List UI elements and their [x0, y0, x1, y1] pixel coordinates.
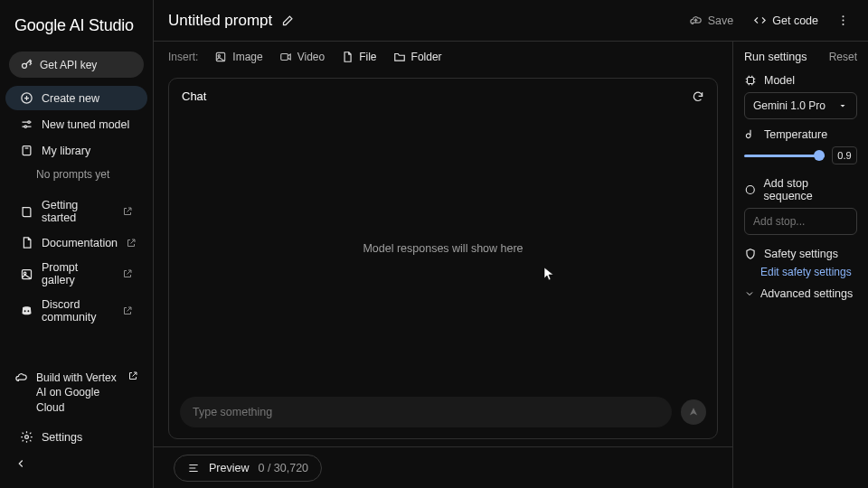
cloud-save-icon — [689, 14, 703, 27]
settings-label: Settings — [42, 431, 82, 444]
discord-label: Discord community — [42, 298, 114, 324]
prompt-title[interactable]: Untitled prompt — [168, 12, 272, 30]
svg-point-0 — [23, 63, 27, 68]
my-library-label: My library — [42, 145, 90, 157]
get-code-label: Get code — [772, 14, 818, 27]
svg-point-9 — [843, 20, 844, 22]
svg-point-8 — [843, 15, 844, 17]
external-link-icon — [127, 371, 138, 381]
stop-sequence-label-row: Add stop sequence — [744, 177, 857, 202]
vertex-link[interactable]: Build with Vertex AI on Google Cloud — [0, 365, 153, 421]
overflow-menu-button[interactable] — [833, 10, 854, 31]
get-api-key-button[interactable]: Get API key — [9, 52, 144, 78]
library-icon — [20, 144, 33, 157]
insert-video-label: Video — [297, 51, 325, 63]
reset-button[interactable]: Reset — [829, 51, 857, 63]
empty-state-text: Model responses will show here — [363, 242, 523, 255]
insert-video-button[interactable]: Video — [279, 51, 325, 63]
model-value: Gemini 1.0 Pro — [753, 99, 826, 112]
model-select[interactable]: Gemini 1.0 Pro — [744, 92, 857, 119]
insert-label: Insert: — [168, 51, 198, 63]
file-icon — [341, 51, 354, 63]
dots-vertical-icon — [836, 14, 850, 27]
documentation-label: Documentation — [42, 237, 118, 249]
settings-button[interactable]: Settings — [5, 425, 147, 449]
edit-safety-link[interactable]: Edit safety settings — [760, 266, 857, 278]
insert-file-label: File — [359, 51, 376, 63]
chat-input[interactable] — [180, 397, 672, 427]
advanced-settings-toggle[interactable]: Advanced settings — [744, 287, 857, 300]
tuned-model-button[interactable]: New tuned model — [5, 112, 147, 136]
save-button[interactable]: Save — [684, 10, 740, 31]
insert-folder-label: Folder — [411, 51, 442, 63]
getting-started-label: Getting started — [42, 199, 114, 224]
cursor-icon — [543, 267, 556, 281]
pencil-icon — [281, 14, 295, 27]
token-count: 0 / 30,720 — [258, 462, 308, 474]
thermometer-icon — [744, 128, 757, 141]
image-icon — [214, 51, 227, 63]
insert-file-button[interactable]: File — [341, 51, 376, 63]
collapse-sidebar-button[interactable] — [0, 450, 153, 477]
stop-sequence-input[interactable] — [744, 208, 857, 235]
getting-started-link[interactable]: Getting started — [5, 193, 147, 230]
plus-circle-icon — [20, 91, 33, 105]
shield-icon — [744, 248, 757, 260]
discord-link[interactable]: Discord community — [5, 293, 147, 329]
chevron-down-icon — [744, 288, 755, 299]
edit-title-button[interactable] — [281, 14, 295, 27]
svg-rect-14 — [748, 78, 754, 84]
documentation-link[interactable]: Documentation — [5, 230, 147, 255]
create-new-label: Create new — [42, 92, 99, 105]
temperature-value[interactable]: 0.9 — [832, 146, 857, 164]
safety-label-row: Safety settings — [744, 248, 857, 260]
api-key-label: Get API key — [40, 59, 97, 71]
notes-icon — [187, 462, 200, 474]
chat-card: Chat Model responses will show here — [168, 78, 718, 439]
insert-bar: Insert: Image Video File Folder — [154, 43, 732, 70]
book-icon — [20, 205, 33, 219]
external-link-icon — [122, 206, 133, 217]
svg-rect-13 — [280, 54, 288, 61]
doc-icon — [20, 236, 33, 249]
gallery-icon — [20, 267, 33, 281]
create-new-button[interactable]: Create new — [5, 86, 147, 110]
send-icon — [687, 406, 700, 418]
cloud-icon — [14, 371, 28, 384]
model-label-row: Model — [744, 74, 857, 87]
gear-icon — [20, 430, 33, 444]
get-code-button[interactable]: Get code — [748, 10, 824, 31]
chat-body: Model responses will show here — [169, 108, 717, 388]
key-icon — [20, 58, 33, 71]
temperature-slider[interactable] — [744, 149, 825, 162]
sidebar: Google AI Studio Get API key Create new … — [0, 0, 154, 488]
preview-bar: Preview 0 / 30,720 — [154, 446, 732, 488]
model-label: Model — [764, 74, 795, 87]
chevron-left-icon — [14, 457, 27, 470]
svg-point-6 — [24, 272, 26, 275]
editor-pane: Insert: Image Video File Folder — [154, 42, 733, 488]
run-settings-pane: Run settings Reset Model Gemini 1.0 Pro … — [733, 42, 868, 488]
no-prompts-label: No prompts yet — [0, 164, 153, 185]
insert-folder-button[interactable]: Folder — [393, 51, 442, 63]
svg-point-15 — [746, 185, 754, 193]
temperature-label-row: Temperature — [744, 128, 857, 141]
vertex-label: Build with Vertex AI on Google Cloud — [36, 371, 119, 416]
tuned-model-label: New tuned model — [42, 118, 129, 131]
circle-icon — [744, 183, 757, 196]
gallery-link[interactable]: Prompt gallery — [5, 256, 147, 292]
video-icon — [279, 51, 292, 63]
preview-label: Preview — [209, 462, 249, 474]
topbar: Untitled prompt Save Get code — [154, 0, 868, 42]
code-icon — [753, 14, 767, 27]
refresh-button[interactable] — [692, 90, 704, 103]
send-button[interactable] — [681, 399, 706, 425]
svg-point-12 — [218, 55, 220, 57]
insert-image-button[interactable]: Image — [214, 51, 262, 63]
svg-point-2 — [28, 121, 31, 124]
brand-title: Google AI Studio — [0, 7, 153, 50]
my-library-button[interactable]: My library — [5, 138, 147, 163]
chat-title: Chat — [182, 89, 206, 103]
preview-button[interactable]: Preview 0 / 30,720 — [174, 455, 322, 482]
svg-point-10 — [843, 23, 844, 25]
